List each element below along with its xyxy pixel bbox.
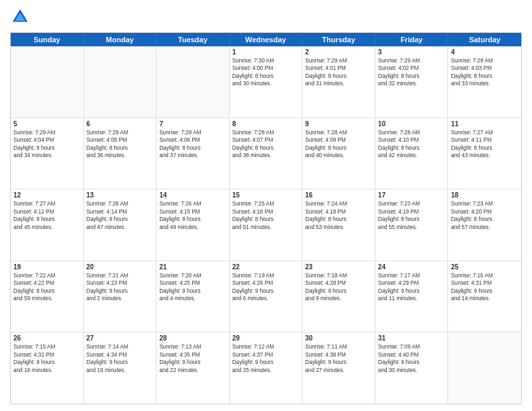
header-day-saturday: Saturday bbox=[448, 33, 521, 46]
cell-info: Sunrise: 7:15 AM Sunset: 4:32 PM Dayligh… bbox=[13, 343, 81, 374]
day-number: 14 bbox=[159, 191, 226, 199]
day-number: 9 bbox=[305, 120, 372, 128]
day-number: 11 bbox=[451, 120, 519, 128]
cell-info: Sunrise: 7:25 AM Sunset: 4:16 PM Dayligh… bbox=[232, 200, 300, 231]
cell-info: Sunrise: 7:20 AM Sunset: 4:25 PM Dayligh… bbox=[159, 272, 226, 303]
day-number: 21 bbox=[159, 263, 226, 271]
day-cell-11: 11Sunrise: 7:27 AM Sunset: 4:11 PM Dayli… bbox=[448, 118, 521, 189]
calendar: SundayMondayTuesdayWednesdayThursdayFrid… bbox=[10, 32, 522, 404]
day-cell-29: 29Sunrise: 7:12 AM Sunset: 4:37 PM Dayli… bbox=[230, 332, 303, 404]
day-number: 8 bbox=[232, 120, 300, 128]
cell-info: Sunrise: 7:23 AM Sunset: 4:19 PM Dayligh… bbox=[378, 200, 445, 231]
day-cell-24: 24Sunrise: 7:17 AM Sunset: 4:29 PM Dayli… bbox=[375, 261, 449, 332]
day-number: 15 bbox=[232, 191, 300, 199]
cell-info: Sunrise: 7:30 AM Sunset: 4:00 PM Dayligh… bbox=[232, 57, 300, 88]
cell-info: Sunrise: 7:21 AM Sunset: 4:23 PM Dayligh… bbox=[87, 272, 154, 303]
day-number: 2 bbox=[305, 48, 372, 56]
calendar-header: SundayMondayTuesdayWednesdayThursdayFrid… bbox=[11, 33, 521, 46]
day-number: 17 bbox=[378, 191, 445, 199]
day-number: 3 bbox=[378, 48, 445, 56]
calendar-row-2: 12Sunrise: 7:27 AM Sunset: 4:12 PM Dayli… bbox=[11, 189, 521, 261]
day-cell-27: 27Sunrise: 7:14 AM Sunset: 4:34 PM Dayli… bbox=[84, 332, 157, 404]
empty-cell bbox=[11, 46, 84, 118]
day-cell-4: 4Sunrise: 7:29 AM Sunset: 4:03 PM Daylig… bbox=[448, 46, 521, 118]
day-cell-12: 12Sunrise: 7:27 AM Sunset: 4:12 PM Dayli… bbox=[11, 189, 84, 261]
header-day-thursday: Thursday bbox=[302, 33, 375, 46]
empty-cell bbox=[84, 46, 157, 118]
logo bbox=[10, 7, 33, 27]
cell-info: Sunrise: 7:28 AM Sunset: 4:09 PM Dayligh… bbox=[305, 129, 372, 160]
day-cell-1: 1Sunrise: 7:30 AM Sunset: 4:00 PM Daylig… bbox=[230, 46, 303, 118]
cell-info: Sunrise: 7:11 AM Sunset: 4:38 PM Dayligh… bbox=[305, 343, 372, 374]
cell-info: Sunrise: 7:27 AM Sunset: 4:11 PM Dayligh… bbox=[451, 129, 519, 160]
day-number: 6 bbox=[87, 120, 154, 128]
calendar-row-4: 26Sunrise: 7:15 AM Sunset: 4:32 PM Dayli… bbox=[11, 332, 521, 404]
day-cell-23: 23Sunrise: 7:18 AM Sunset: 4:28 PM Dayli… bbox=[302, 261, 375, 332]
empty-cell bbox=[448, 332, 521, 404]
day-cell-17: 17Sunrise: 7:23 AM Sunset: 4:19 PM Dayli… bbox=[375, 189, 449, 261]
day-cell-19: 19Sunrise: 7:22 AM Sunset: 4:22 PM Dayli… bbox=[11, 261, 84, 332]
day-cell-14: 14Sunrise: 7:26 AM Sunset: 4:15 PM Dayli… bbox=[157, 189, 230, 261]
calendar-row-3: 19Sunrise: 7:22 AM Sunset: 4:22 PM Dayli… bbox=[11, 261, 521, 333]
day-cell-2: 2Sunrise: 7:29 AM Sunset: 4:01 PM Daylig… bbox=[302, 46, 375, 118]
cell-info: Sunrise: 7:23 AM Sunset: 4:20 PM Dayligh… bbox=[451, 200, 519, 231]
day-cell-10: 10Sunrise: 7:28 AM Sunset: 4:10 PM Dayli… bbox=[375, 118, 449, 189]
day-number: 25 bbox=[451, 263, 519, 271]
cell-info: Sunrise: 7:16 AM Sunset: 4:31 PM Dayligh… bbox=[451, 272, 519, 303]
day-number: 28 bbox=[159, 334, 226, 342]
cell-info: Sunrise: 7:19 AM Sunset: 4:26 PM Dayligh… bbox=[232, 272, 300, 303]
cell-info: Sunrise: 7:17 AM Sunset: 4:29 PM Dayligh… bbox=[378, 272, 445, 303]
day-number: 20 bbox=[87, 263, 154, 271]
calendar-row-1: 5Sunrise: 7:29 AM Sunset: 4:04 PM Daylig… bbox=[11, 118, 521, 190]
cell-info: Sunrise: 7:12 AM Sunset: 4:37 PM Dayligh… bbox=[232, 343, 300, 374]
day-number: 27 bbox=[87, 334, 154, 342]
day-cell-31: 31Sunrise: 7:09 AM Sunset: 4:40 PM Dayli… bbox=[375, 332, 449, 404]
day-number: 13 bbox=[87, 191, 154, 199]
day-number: 23 bbox=[305, 263, 372, 271]
calendar-body: 1Sunrise: 7:30 AM Sunset: 4:00 PM Daylig… bbox=[11, 46, 521, 404]
day-number: 29 bbox=[232, 334, 300, 342]
header bbox=[10, 7, 522, 27]
cell-info: Sunrise: 7:24 AM Sunset: 4:18 PM Dayligh… bbox=[305, 200, 372, 231]
cell-info: Sunrise: 7:09 AM Sunset: 4:40 PM Dayligh… bbox=[378, 343, 445, 374]
day-cell-3: 3Sunrise: 7:29 AM Sunset: 4:02 PM Daylig… bbox=[375, 46, 449, 118]
day-number: 26 bbox=[13, 334, 81, 342]
header-day-wednesday: Wednesday bbox=[230, 33, 303, 46]
day-number: 16 bbox=[305, 191, 372, 199]
day-number: 1 bbox=[232, 48, 300, 56]
cell-info: Sunrise: 7:29 AM Sunset: 4:06 PM Dayligh… bbox=[159, 129, 226, 160]
day-cell-22: 22Sunrise: 7:19 AM Sunset: 4:26 PM Dayli… bbox=[230, 261, 303, 332]
page: SundayMondayTuesdayWednesdayThursdayFrid… bbox=[0, 0, 532, 411]
cell-info: Sunrise: 7:27 AM Sunset: 4:12 PM Dayligh… bbox=[13, 200, 81, 231]
cell-info: Sunrise: 7:28 AM Sunset: 4:10 PM Dayligh… bbox=[378, 129, 445, 160]
day-number: 10 bbox=[378, 120, 445, 128]
calendar-row-0: 1Sunrise: 7:30 AM Sunset: 4:00 PM Daylig… bbox=[11, 46, 521, 118]
day-number: 31 bbox=[378, 334, 445, 342]
day-number: 5 bbox=[13, 120, 81, 128]
day-cell-28: 28Sunrise: 7:13 AM Sunset: 4:35 PM Dayli… bbox=[157, 332, 230, 404]
day-number: 24 bbox=[378, 263, 445, 271]
day-number: 30 bbox=[305, 334, 372, 342]
logo-icon bbox=[10, 7, 30, 27]
day-number: 18 bbox=[451, 191, 519, 199]
header-day-monday: Monday bbox=[84, 33, 157, 46]
day-cell-7: 7Sunrise: 7:29 AM Sunset: 4:06 PM Daylig… bbox=[157, 118, 230, 189]
day-number: 12 bbox=[13, 191, 81, 199]
cell-info: Sunrise: 7:22 AM Sunset: 4:22 PM Dayligh… bbox=[13, 272, 81, 303]
day-cell-6: 6Sunrise: 7:29 AM Sunset: 4:05 PM Daylig… bbox=[84, 118, 157, 189]
day-number: 19 bbox=[13, 263, 81, 271]
day-cell-20: 20Sunrise: 7:21 AM Sunset: 4:23 PM Dayli… bbox=[84, 261, 157, 332]
day-cell-26: 26Sunrise: 7:15 AM Sunset: 4:32 PM Dayli… bbox=[11, 332, 84, 404]
day-cell-8: 8Sunrise: 7:28 AM Sunset: 4:07 PM Daylig… bbox=[230, 118, 303, 189]
cell-info: Sunrise: 7:29 AM Sunset: 4:04 PM Dayligh… bbox=[13, 129, 81, 160]
day-cell-13: 13Sunrise: 7:26 AM Sunset: 4:14 PM Dayli… bbox=[84, 189, 157, 261]
day-cell-9: 9Sunrise: 7:28 AM Sunset: 4:09 PM Daylig… bbox=[302, 118, 375, 189]
day-number: 22 bbox=[232, 263, 300, 271]
day-cell-15: 15Sunrise: 7:25 AM Sunset: 4:16 PM Dayli… bbox=[230, 189, 303, 261]
cell-info: Sunrise: 7:28 AM Sunset: 4:07 PM Dayligh… bbox=[232, 129, 300, 160]
day-number: 7 bbox=[159, 120, 226, 128]
cell-info: Sunrise: 7:29 AM Sunset: 4:03 PM Dayligh… bbox=[451, 57, 519, 88]
day-cell-21: 21Sunrise: 7:20 AM Sunset: 4:25 PM Dayli… bbox=[157, 261, 230, 332]
day-cell-5: 5Sunrise: 7:29 AM Sunset: 4:04 PM Daylig… bbox=[11, 118, 84, 189]
day-cell-25: 25Sunrise: 7:16 AM Sunset: 4:31 PM Dayli… bbox=[448, 261, 521, 332]
